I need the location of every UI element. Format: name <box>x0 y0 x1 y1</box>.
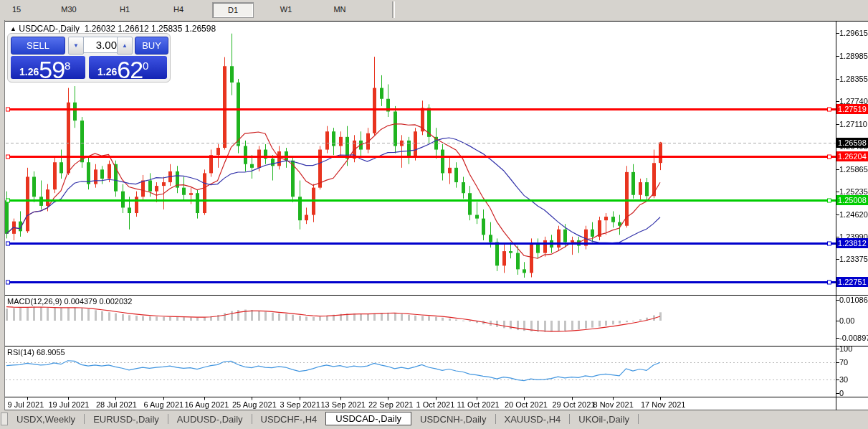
hline-price-label: 1.27519 <box>836 104 868 114</box>
volume-input[interactable]: 3.00 <box>83 37 120 53</box>
price-tick-label: 1.28355 <box>839 75 868 84</box>
chart-tab-usdx[interactable]: USDX,Weekly <box>8 413 84 425</box>
buy-price-small: 1.26 <box>97 66 117 77</box>
hline-price-label: 1.26204 <box>836 151 868 161</box>
chart-tab-usdchf[interactable]: USDCHF-,H4 <box>252 413 326 425</box>
rsi-tick-label: 100 <box>839 344 868 354</box>
sell-price-small: 1.26 <box>19 66 39 77</box>
date-label: 28 Jul 2021 <box>96 400 137 409</box>
date-label: 9 Jul 2021 <box>8 400 44 409</box>
triangle-up-icon: ▲ <box>10 25 16 32</box>
date-label: 29 Oct 2021 <box>553 400 596 409</box>
price-tick-label: 1.29615 <box>839 29 868 38</box>
volume-increase-button[interactable]: ▲ <box>117 37 133 55</box>
one-click-trading-panel: SELL ▼ 3.00 ▲ BUY 1.26598 1.26620 <box>7 33 171 82</box>
date-label: 1 Oct 2021 <box>416 400 455 409</box>
chart-tab-audusd[interactable]: AUDUSD-,Daily <box>168 413 252 425</box>
date-label: 11 Oct 2021 <box>457 400 500 409</box>
macd-tick-label: 0.010869 <box>839 296 868 305</box>
rsi-tick-label: 30 <box>839 375 868 385</box>
date-label: 19 Jul 2021 <box>49 400 90 409</box>
chart-tab-eurusd[interactable]: EURUSD-,Daily <box>85 413 168 425</box>
date-label: 16 Aug 2021 <box>185 400 229 409</box>
current-price-label: 1.26598 <box>836 138 868 148</box>
chart-tab-usdcad[interactable]: USDCAD-,Daily <box>325 412 411 425</box>
chart-title: ▲ USDCAD-,Daily 1.26032 1.26612 1.25835 … <box>10 24 216 34</box>
price-tick-label: 1.27110 <box>839 120 868 129</box>
buy-price-big: 62 <box>117 56 143 83</box>
mt4-window: 15M30H1H4D1W1MN ▲ USDCAD-,Daily 1.26032 … <box>0 0 868 429</box>
hline-price-label: 1.22751 <box>836 277 868 287</box>
rsi-tick-label: 70 <box>839 358 868 367</box>
buy-price-display[interactable]: 1.26620 <box>89 56 167 79</box>
macd-tick-label: -0.008974 <box>839 334 868 343</box>
macd-indicator-label: MACD(12,26,9) 0.004379 0.002032 <box>7 297 132 306</box>
date-label: 22 Sep 2021 <box>368 400 413 409</box>
price-tick-label: 1.25865 <box>839 165 868 174</box>
price-tick-label: 1.24620 <box>839 210 868 220</box>
date-label: 6 Aug 2021 <box>144 400 184 409</box>
tab-scroll-stub[interactable] <box>1 412 8 425</box>
date-label: 20 Oct 2021 <box>505 400 548 409</box>
chart-tab-ukoil[interactable]: UKOil-,Daily <box>570 413 638 425</box>
date-label: 13 Sep 2021 <box>321 400 366 409</box>
chart-tab-xauusd[interactable]: XAUUSD-,H4 <box>496 413 570 425</box>
tab-separator <box>638 414 639 424</box>
buy-price-sup: 0 <box>143 60 148 72</box>
sell-price-big: 59 <box>39 56 65 83</box>
price-tick-label: 1.28985 <box>839 52 868 61</box>
chart-symbol-label: USDCAD-,Daily <box>19 24 80 34</box>
sell-button[interactable]: SELL <box>11 37 65 55</box>
rsi-indicator-label: RSI(14) 68.9055 <box>7 348 65 357</box>
date-label: 8 Nov 2021 <box>593 400 634 409</box>
buy-button[interactable]: BUY <box>135 37 168 55</box>
volume-decrease-button[interactable]: ▼ <box>68 37 84 55</box>
chart-tabbar: USDX,WeeklyEURUSD-,DailyAUDUSD-,DailyUSD… <box>0 412 868 426</box>
date-label: 17 Nov 2021 <box>641 400 685 409</box>
hline-price-label: 1.23812 <box>836 238 868 248</box>
chart-tab-usdcnh[interactable]: USDCNH-,Daily <box>411 413 495 425</box>
date-label: 3 Sep 2021 <box>280 400 320 409</box>
date-label: 25 Aug 2021 <box>232 400 277 409</box>
chart-ohlc-values: 1.26032 1.26612 1.25835 1.26598 <box>85 24 216 34</box>
sell-price-display[interactable]: 1.26598 <box>11 56 85 79</box>
sell-price-sup: 8 <box>65 60 70 72</box>
rsi-tick-label: 0 <box>839 389 868 398</box>
hline-price-label: 1.25008 <box>836 195 868 205</box>
price-tick-label: 1.23375 <box>839 255 868 264</box>
macd-tick-label: 0.00 <box>839 316 868 326</box>
